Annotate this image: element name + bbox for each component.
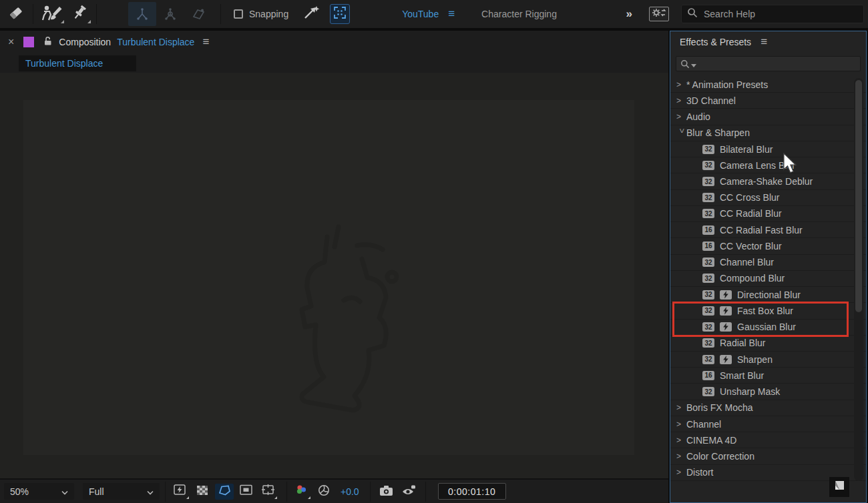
workspace-settings-button[interactable] [649, 7, 669, 21]
chevron-right-icon[interactable]: > [676, 436, 686, 445]
effect-row-camera-shake-deblur[interactable]: 32Camera-Shake Deblur [670, 173, 866, 189]
capture-frame-icon [333, 5, 347, 23]
mask-visibility-button[interactable] [215, 484, 234, 500]
effects-search-box[interactable] [676, 56, 861, 71]
flyout-indicator [274, 496, 277, 499]
zoom-level-dropdown[interactable]: 50% [4, 483, 74, 500]
world-axis-mode-button[interactable] [156, 2, 184, 26]
effect-row-sharpen[interactable]: 32Sharpen [670, 352, 866, 368]
effect-row-camera-lens-blur[interactable]: 32Camera Lens Blur [670, 157, 866, 173]
snapping-checkbox[interactable] [234, 9, 243, 19]
category-row-channel[interactable]: >Channel [670, 416, 866, 432]
transparency-grid-button[interactable] [193, 484, 212, 500]
take-snapshot-button[interactable] [377, 484, 396, 500]
effects-list: >* Animation Presets>3D Channel>Audio>Bl… [670, 77, 866, 481]
effect-row-channel-blur[interactable]: 32Channel Blur [670, 255, 866, 271]
effect-row-smart-blur[interactable]: 16Smart Blur [670, 368, 866, 384]
workspace-tab-character-rigging[interactable]: Character Rigging [481, 9, 557, 19]
effect-label: Compound Blur [720, 273, 785, 284]
view-axis-mode-button[interactable] [184, 2, 212, 26]
effect-row-radial-blur[interactable]: 32Radial Blur [670, 336, 866, 352]
effects-search-input[interactable] [700, 59, 854, 69]
panel-color-swatch[interactable] [23, 37, 34, 47]
gear-sync-icon [651, 7, 667, 21]
exposure-value[interactable]: +0.0 [341, 486, 359, 497]
lightning-box-icon [174, 484, 187, 499]
region-of-interest-button[interactable] [237, 484, 256, 500]
category-label: 3D Channel [686, 95, 736, 106]
region-of-interest-icon [240, 484, 253, 499]
fast-preview-button[interactable] [171, 484, 190, 500]
panel-title: Composition [59, 37, 111, 47]
category-label: Blur & Sharpen [686, 127, 750, 138]
category-row-animation-presets[interactable]: >* Animation Presets [670, 77, 866, 93]
effect-label: Fast Box Blur [737, 306, 793, 316]
resolution-dropdown[interactable]: Full [83, 483, 160, 500]
category-row-blur-sharpen[interactable]: >Blur & Sharpen [670, 125, 866, 141]
search-options-caret-icon[interactable] [691, 64, 696, 67]
close-panel-icon[interactable]: × [8, 36, 14, 48]
puppet-pin-icon [70, 4, 89, 24]
region-capture-button[interactable] [330, 4, 350, 24]
chevron-right-icon[interactable]: > [676, 80, 686, 89]
snap-wand-button[interactable] [298, 2, 323, 26]
flyout-indicator [186, 496, 189, 499]
effect-row-fast-box-blur[interactable]: 32Fast Box Blur [670, 303, 866, 319]
effect-row-bilateral-blur[interactable]: 32Bilateral Blur [670, 141, 866, 157]
chevron-right-icon[interactable]: > [676, 112, 686, 121]
effect-label: Sharpen [737, 354, 773, 365]
help-search-input[interactable] [704, 9, 851, 19]
roto-brush-tool-button[interactable] [37, 2, 66, 26]
chevron-right-icon[interactable]: > [676, 96, 686, 105]
category-label: Channel [686, 419, 721, 430]
effect-row-cc-cross-blur[interactable]: 32CC Cross Blur [670, 190, 866, 206]
category-row-color-correction[interactable]: >Color Correction [670, 448, 866, 464]
eraser-tool-button[interactable] [3, 2, 29, 26]
composition-name[interactable]: Turbulent Displace [117, 37, 194, 47]
toolbar-separator [220, 4, 221, 24]
effect-row-compound-blur[interactable]: 32Compound Blur [670, 271, 866, 287]
panel-menu-icon[interactable]: ≡ [202, 35, 209, 49]
chevron-right-icon[interactable]: > [676, 468, 686, 477]
composition-viewport[interactable] [23, 100, 634, 455]
chevron-right-icon[interactable]: > [676, 420, 686, 429]
chevron-down-icon[interactable]: > [677, 129, 686, 139]
effect-row-unsharp-mask[interactable]: 32Unsharp Mask [670, 384, 866, 400]
show-snapshot-button[interactable] [399, 484, 418, 500]
folded-corner-icon [832, 478, 847, 496]
effect-row-cc-vector-blur[interactable]: 16CC Vector Blur [670, 238, 866, 254]
help-search-box[interactable] [681, 5, 864, 23]
puppet-pin-tool-button[interactable] [66, 2, 93, 26]
workspace-overflow-icon[interactable]: » [626, 7, 632, 21]
grid-guides-button[interactable] [259, 484, 278, 500]
toolbar-separator [425, 482, 426, 502]
category-row-3d-channel[interactable]: >3D Channel [670, 93, 866, 109]
chevron-right-icon[interactable]: > [676, 452, 686, 461]
local-axis-mode-button[interactable] [128, 2, 156, 26]
category-row-audio[interactable]: >Audio [670, 109, 866, 125]
tool-flyout-indicator [61, 20, 64, 23]
show-channel-button[interactable] [292, 484, 311, 500]
viewer-tab[interactable]: Turbulent Displace [19, 55, 136, 71]
category-row-boris-fx-mocha[interactable]: >Boris FX Mocha [670, 400, 866, 416]
scrollbar-thumb[interactable] [855, 80, 862, 312]
current-time-display[interactable]: 0:00:01:10 [438, 483, 506, 500]
effect-row-cc-radial-fast-blur[interactable]: 16CC Radial Fast Blur [670, 222, 866, 238]
effect-row-directional-blur[interactable]: 32Directional Blur [670, 287, 866, 303]
category-row-cinema-4d[interactable]: >CINEMA 4D [670, 432, 866, 448]
workspace-menu-icon[interactable]: ≡ [448, 7, 455, 21]
workspace-tab-youtube[interactable]: YouTube [402, 9, 439, 19]
snapping-toggle[interactable]: Snapping [234, 9, 288, 19]
composition-viewer[interactable] [0, 73, 668, 478]
bitdepth-32-icon: 32 [702, 322, 714, 332]
exposure-reset-button[interactable] [314, 484, 333, 500]
category-label: Audio [686, 111, 710, 122]
chevron-right-icon[interactable]: > [676, 403, 686, 412]
category-label: * Animation Presets [686, 79, 768, 90]
effect-row-cc-radial-blur[interactable]: 32CC Radial Blur [670, 206, 866, 222]
gpu-accelerated-icon [720, 355, 732, 364]
panel-corner-grip[interactable] [829, 477, 849, 497]
unlock-icon[interactable] [43, 36, 52, 48]
panel-menu-icon[interactable]: ≡ [761, 35, 767, 49]
effect-row-gaussian-blur[interactable]: 32Gaussian Blur [670, 320, 866, 336]
